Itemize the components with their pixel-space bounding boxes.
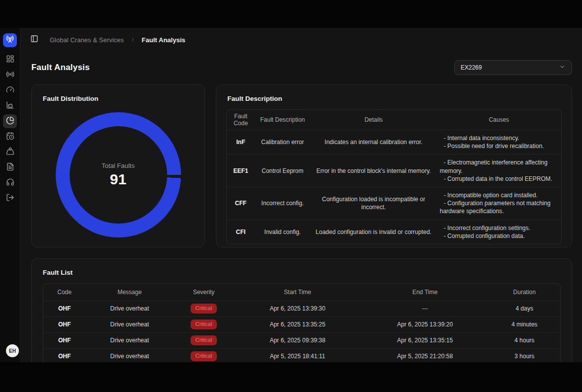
end-time: Apr 6, 2025 13:35:15 (361, 332, 489, 348)
table-row[interactable]: OHF Drive overheat Critical Apr 6, 2025 … (43, 332, 560, 348)
fault-desc: Incorrect config. (255, 187, 310, 220)
donut-chart-area: Total Faults 91 (32, 102, 204, 247)
sidebar-item-logout[interactable] (3, 191, 17, 205)
sidebar-item-performance[interactable] (3, 83, 17, 97)
start-time: Apr 5, 2025 18:41:11 (234, 348, 361, 362)
file-report-icon (6, 162, 14, 173)
sidebar-item-dashboard[interactable] (3, 53, 17, 67)
donut-center-value: 91 (110, 171, 126, 188)
table-row[interactable]: OHF Drive overheat Critical Apr 6, 2025 … (43, 301, 560, 316)
severity-badge: Critical (191, 335, 217, 345)
fault-desc: Invalid config. (255, 220, 310, 244)
end-time: Apr 6, 2025 13:39:20 (361, 316, 489, 332)
column-header-fault-description: Fault Description (255, 110, 310, 130)
duration: 4 days (489, 301, 560, 316)
device-select-value: EX2269 (461, 64, 482, 71)
table-row[interactable]: OHF Drive overheat Critical Apr 5, 2025 … (43, 348, 560, 362)
fault-list-header-row: Code Message Severity Start Time End Tim… (43, 284, 560, 301)
weight-icon (6, 147, 14, 157)
top-cards-row: Fault Distribution Total Faults 91 Fault… (31, 84, 572, 247)
radio-tower-icon (6, 35, 14, 45)
column-header-end-time: End Time (361, 284, 489, 301)
table-row[interactable]: OHF Drive overheat Critical Apr 6, 2025 … (43, 316, 560, 332)
start-time: Apr 6, 2025 13:35:25 (234, 316, 361, 332)
screen: EH Global Cranes & Services Fault Analys… (0, 0, 582, 392)
fault-details: Error in the control block's internal me… (310, 155, 437, 187)
sidebar-nav (0, 53, 20, 207)
main-content: Global Cranes & Services Fault Analysis … (20, 28, 582, 362)
fault-distribution-donut[interactable]: Total Faults 91 (56, 112, 181, 237)
cause-line: - Internal data inconsistency. (440, 134, 556, 142)
end-time: Apr 5, 2025 21:20:58 (361, 348, 489, 362)
table-row[interactable]: CFF Incorrect config. Configuration load… (227, 187, 561, 220)
column-header-duration: Duration (489, 284, 560, 301)
table-row[interactable]: InF Calibration error Indicates an inter… (227, 130, 561, 155)
fault-causes: - Incorrect configuration settings. - Co… (437, 220, 561, 244)
fault-code: OHF (43, 316, 86, 332)
table-row[interactable]: CFI Invalid config. Loaded configuration… (227, 220, 561, 244)
layout-dashboard-icon (6, 55, 14, 65)
cause-line: - Electromagnetic interference affecting… (440, 158, 556, 174)
sidebar-item-reports[interactable] (3, 160, 17, 174)
duration: 4 hours (489, 332, 560, 348)
start-time: Apr 6, 2025 09:39:38 (234, 332, 361, 348)
sidebar-item-load[interactable] (3, 145, 17, 159)
fault-message: Drive overheat (86, 348, 174, 362)
device-select[interactable]: EX2269 (454, 60, 572, 75)
gauge-icon (6, 85, 14, 96)
cause-line: - Configuration parameters not matching … (440, 199, 556, 215)
pie-chart-icon (6, 116, 14, 127)
radio-icon (6, 70, 14, 80)
breadcrumb-app[interactable]: Global Cranes & Services (50, 36, 124, 44)
fault-details: Configuration loaded is incompatible or … (310, 187, 437, 220)
fault-desc: Control Eeprom (255, 155, 310, 187)
breadcrumb-page: Fault Analysis (142, 36, 186, 44)
fault-code: OHF (43, 301, 86, 316)
fault-causes: - Electromagnetic interference affecting… (437, 155, 561, 187)
user-avatar[interactable]: EH (6, 344, 19, 357)
fault-message: Drive overheat (86, 316, 174, 332)
fault-message: Drive overheat (86, 332, 174, 348)
fault-details: Indicates an internal calibration error. (310, 130, 437, 155)
fault-code: InF (227, 130, 255, 155)
app-logo[interactable] (3, 33, 17, 47)
column-header-causes: Causes (437, 110, 561, 130)
headset-icon (6, 178, 14, 188)
severity-badge: Critical (191, 351, 217, 361)
area-chart-icon (6, 101, 14, 111)
fault-message: Drive overheat (86, 301, 174, 316)
breadcrumb: Global Cranes & Services Fault Analysis (31, 28, 572, 52)
fault-description-header-row: Fault Code Fault Description Details Cau… (227, 110, 561, 130)
column-header-start-time: Start Time (234, 284, 361, 301)
panel-left-icon (30, 35, 38, 45)
severity-cell: Critical (174, 301, 234, 316)
fault-code: OHF (43, 348, 86, 362)
column-header-severity: Severity (174, 284, 234, 301)
cause-line: - Incorrect configuration settings. (440, 224, 556, 232)
sidebar-item-fault-analysis[interactable] (3, 114, 17, 128)
fault-desc: Calibration error (255, 130, 310, 155)
donut-center-label: Total Faults (101, 162, 134, 169)
cause-line: - Corrupted configuration data. (440, 232, 556, 240)
sidebar-item-charts[interactable] (3, 99, 17, 113)
table-row[interactable]: EEF1 Control Eeprom Error in the control… (227, 155, 561, 187)
fault-code: CFI (227, 220, 255, 244)
severity-cell: Critical (174, 348, 234, 362)
sidebar-item-support[interactable] (3, 176, 17, 190)
cause-line: - Possible need for drive recalibration. (440, 142, 556, 150)
chevron-down-icon (559, 63, 566, 72)
severity-cell: Critical (174, 316, 234, 332)
sidebar-item-live[interactable] (3, 68, 17, 82)
sidebar-item-schedule[interactable] (3, 130, 17, 144)
duration: 4 minutes (489, 316, 560, 332)
donut-center: Total Faults 91 (70, 126, 167, 224)
page-header: Fault Analysis EX2269 (31, 60, 572, 76)
fault-description-table: Fault Code Fault Description Details Cau… (226, 109, 562, 244)
cause-line: - Incompatible option card installed. (440, 191, 556, 199)
column-header-details: Details (310, 110, 437, 130)
fault-distribution-card: Fault Distribution Total Faults 91 (31, 84, 205, 247)
fault-code: EEF1 (227, 155, 255, 187)
end-time: — (361, 301, 489, 316)
page-title: Fault Analysis (31, 63, 90, 73)
sidebar-toggle-button[interactable] (30, 35, 38, 45)
